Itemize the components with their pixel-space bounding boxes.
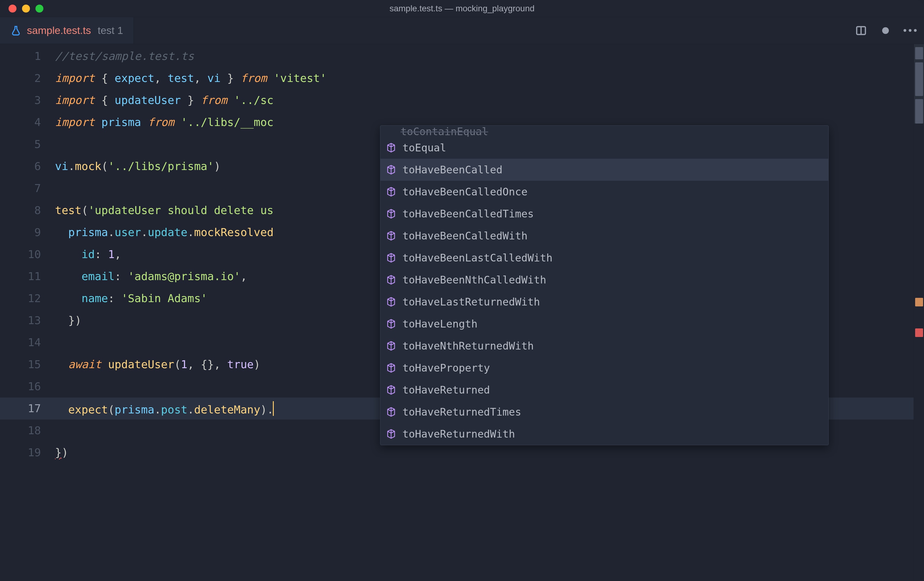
suggestion-label: toHaveBeenLastCalledWith [403,252,553,264]
line-number[interactable]: 14 [0,337,55,348]
suggestion-peek: toContainEqual [380,126,828,137]
code-line[interactable]: 3import { updateUser } from '../sc [0,89,914,111]
method-icon [386,209,396,219]
suggestion-item[interactable]: toHaveBeenCalledWith [380,225,828,247]
code-content[interactable]: import { updateUser } from '../sc [55,95,274,106]
code-content[interactable]: email: 'adams@prisma.io', [55,271,247,282]
line-number[interactable]: 3 [0,95,55,106]
code-content[interactable]: name: 'Sabin Adams' [55,293,208,304]
editor-area: 1//test/sample.test.ts2import { expect, … [0,44,924,581]
line-number[interactable]: 1 [0,51,55,62]
suggestion-item[interactable]: toHaveNthReturnedWith [380,335,828,357]
suggestion-popup[interactable]: toContainEqualtoEqualtoHaveBeenCalledtoH… [380,125,829,445]
minimap[interactable] [914,44,924,581]
text-caret [273,401,274,416]
suggestion-label: toHaveReturnedTimes [403,406,521,418]
tab-filename: sample.test.ts [27,25,91,36]
line-number[interactable]: 16 [0,381,55,392]
line-number[interactable]: 4 [0,117,55,128]
suggestion-label: toHaveBeenCalledTimes [403,208,534,220]
code-line[interactable]: 1//test/sample.test.ts [0,45,914,67]
suggestion-item[interactable]: toHaveBeenNthCalledWith [380,269,828,291]
method-icon [386,341,396,351]
tab-label: test 1 [98,25,123,36]
beaker-icon [10,25,21,36]
code-content[interactable]: }) [55,447,68,458]
line-number[interactable]: 15 [0,359,55,370]
method-icon [386,429,396,439]
line-number[interactable]: 10 [0,249,55,260]
code-content[interactable]: prisma.user.update.mockResolved [55,227,274,238]
minimize-window-button[interactable] [22,5,30,13]
line-number[interactable]: 5 [0,139,55,150]
suggestion-item[interactable]: toHaveReturned [380,379,828,401]
code-content[interactable]: }) [55,315,82,326]
overview-marker[interactable] [915,298,923,306]
line-number[interactable]: 12 [0,293,55,304]
minimap-block [915,62,923,96]
code-content[interactable]: vi.mock('../libs/prisma') [55,161,221,172]
method-icon [386,319,396,329]
suggestion-label: toHaveReturnedWith [403,428,515,440]
suggestion-label: toHaveBeenNthCalledWith [403,274,546,286]
suggestion-item[interactable]: toHaveBeenLastCalledWith [380,247,828,269]
split-editor-icon[interactable] [855,25,867,37]
code-content[interactable]: expect(prisma.post.deleteMany). [55,401,274,416]
method-icon [386,296,396,307]
line-number[interactable]: 2 [0,73,55,84]
close-window-button[interactable] [8,5,16,13]
code-line[interactable]: 2import { expect, test, vi } from 'vites… [0,67,914,89]
code-content[interactable]: import prisma from '../libs/__moc [55,117,274,128]
suggestion-item[interactable]: toHaveBeenCalledOnce [380,181,828,203]
suggestion-item[interactable]: toHaveLength [380,313,828,335]
line-number[interactable]: 17 [0,403,55,414]
method-icon [386,164,396,175]
minimap-block [915,99,923,124]
tab-bar: sample.test.ts test 1 [0,17,924,44]
line-number[interactable]: 7 [0,183,55,194]
maximize-window-button[interactable] [35,5,43,13]
window-title: sample.test.ts — mocking_playground [0,4,924,13]
line-number[interactable]: 11 [0,271,55,282]
suggestion-item[interactable]: toHaveLastReturnedWith [380,291,828,313]
line-number[interactable]: 13 [0,315,55,326]
suggestion-item[interactable]: toHaveBeenCalledTimes [380,203,828,225]
code-content[interactable]: await updateUser(1, {}, true) [55,359,260,370]
method-icon [386,363,396,373]
traffic-lights [0,5,43,13]
modified-indicator-icon[interactable] [879,25,892,37]
minimap-block [915,47,923,59]
suggestion-item[interactable]: toHaveReturnedTimes [380,401,828,423]
suggestion-label: toHaveReturned [403,384,490,396]
window: sample.test.ts — mocking_playground samp… [0,0,924,581]
method-icon [386,187,396,197]
method-icon [386,142,396,153]
method-icon [386,385,396,395]
tab-sample-test[interactable]: sample.test.ts test 1 [0,17,134,44]
line-number[interactable]: 18 [0,425,55,436]
line-number[interactable]: 19 [0,447,55,458]
suggestion-label: toHaveProperty [403,362,490,374]
code-content[interactable]: //test/sample.test.ts [55,51,194,62]
method-icon [386,407,396,417]
more-actions-icon[interactable] [904,25,916,37]
code-content[interactable]: id: 1, [55,249,121,260]
method-icon [386,275,396,285]
line-number[interactable]: 9 [0,227,55,238]
suggestion-item[interactable]: toHaveBeenCalled [380,159,828,181]
suggestion-item[interactable]: toHaveReturnedWith [380,423,828,445]
method-icon [386,230,396,241]
overview-marker[interactable] [915,328,923,337]
code-content[interactable]: test('updateUser should delete us [55,205,274,216]
suggestion-label: toHaveBeenCalledWith [403,230,527,242]
suggestion-label: toHaveNthReturnedWith [403,340,534,352]
line-number[interactable]: 8 [0,205,55,216]
suggestion-item[interactable]: toHaveProperty [380,357,828,379]
code-content[interactable]: import { expect, test, vi } from 'vitest… [55,73,327,84]
suggestion-label: toHaveLastReturnedWith [403,296,540,308]
suggestion-label: toHaveLength [403,318,478,330]
suggestion-label: toHaveBeenCalledOnce [403,185,527,198]
line-number[interactable]: 6 [0,161,55,172]
suggestion-item[interactable]: toEqual [380,137,828,159]
suggestion-label: toEqual [403,142,446,154]
